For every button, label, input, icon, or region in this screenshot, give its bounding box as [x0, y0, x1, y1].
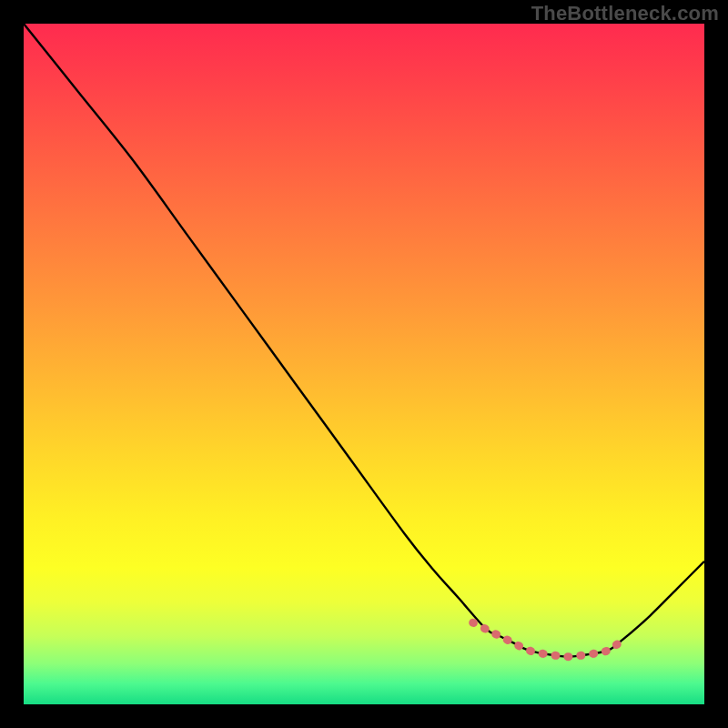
chart-frame: TheBottleneck.com — [0, 0, 728, 728]
bottleneck-curve — [24, 24, 704, 657]
plot-area — [24, 24, 704, 704]
watermark-label: TheBottleneck.com — [531, 2, 719, 25]
curve-svg — [24, 24, 704, 704]
